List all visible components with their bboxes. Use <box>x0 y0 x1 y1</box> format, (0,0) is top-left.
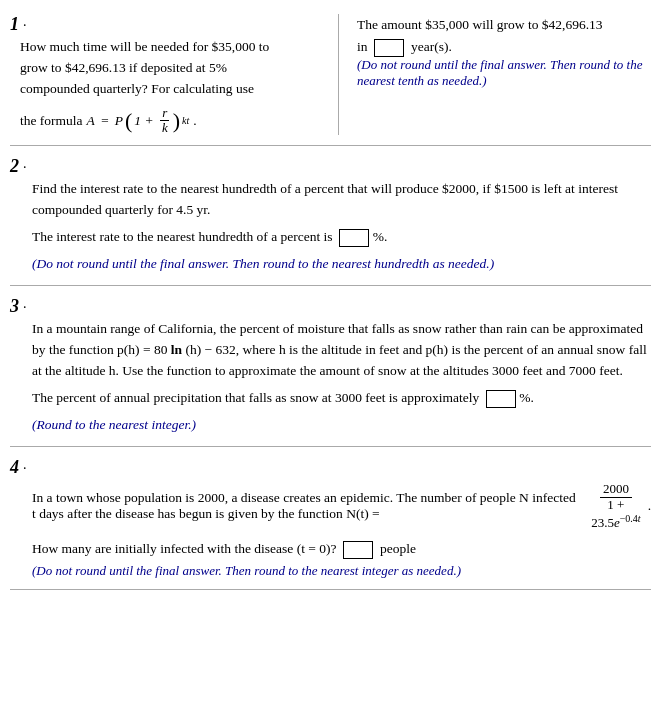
q2-text: Find the interest rate to the nearest hu… <box>32 179 651 221</box>
q4-fraction: 2000 1 + 23.5e−0.4t <box>588 482 643 531</box>
q4-answer-text: How many are initially infected with the… <box>32 541 337 556</box>
q1-divider <box>338 14 339 135</box>
q3-answer-input[interactable] <box>486 390 516 408</box>
q1-formula-a: A <box>87 113 95 129</box>
q1-right-text-3: year(s). <box>411 39 452 54</box>
q1-formula-prefix: the formula <box>20 113 83 129</box>
q1-text-3: compounded quarterly? For calculating us… <box>20 81 254 96</box>
q1-frac-den: k <box>160 121 170 135</box>
q1-frac-num: r <box>160 106 169 121</box>
q3-answer-text: The percent of annual precipitation that… <box>32 390 479 405</box>
q1-right-paren: ) <box>173 110 180 132</box>
q1-text-2: grow to $42,696.13 if deposited at 5% <box>20 60 227 75</box>
q3-hint: (Round to the nearest integer.) <box>32 415 651 436</box>
q4-answer-input[interactable] <box>343 541 373 559</box>
q1-left-paren: ( <box>125 110 132 132</box>
question-1-block: 1 . How much time will be needed for $35… <box>10 8 651 146</box>
q1-left: 1 . How much time will be needed for $35… <box>10 14 320 135</box>
q1-formula-period: . <box>193 113 196 129</box>
q2-answer-unit: %. <box>373 229 388 244</box>
q2-answer-text: The interest rate to the nearest hundred… <box>32 229 333 244</box>
q4-hint: (Do not round until the final answer. Th… <box>32 563 651 579</box>
q2-dot: . <box>23 156 27 172</box>
question-3-block: 3 . In a mountain range of California, t… <box>10 290 651 447</box>
q1-answer-input[interactable] <box>374 39 404 57</box>
q4-frac-num: 2000 <box>600 482 632 498</box>
q4-dot: . <box>23 457 27 473</box>
q4-func-line: In a town whose population is 2000, a di… <box>32 482 651 531</box>
question-2-block: 2 . Find the interest rate to the neares… <box>10 150 651 286</box>
q3-answer-unit: %. <box>519 390 534 405</box>
q2-answer-line: The interest rate to the nearest hundred… <box>32 227 651 248</box>
q2-number: 2 <box>10 156 19 177</box>
question-4-block: 4 . In a town whose population is 2000, … <box>10 451 651 590</box>
q4-frac-den: 1 + 23.5e−0.4t <box>588 498 643 531</box>
q4-text-1: In a town whose population is 2000, a di… <box>32 490 577 522</box>
q2-answer-input[interactable] <box>339 229 369 247</box>
q4-den-exp: −0.4t <box>620 513 641 524</box>
q4-answer-line: How many are initially infected with the… <box>32 541 651 559</box>
q1-formula: A = P ( 1 + r k ) kt <box>87 106 190 136</box>
q3-text: In a mountain range of California, the p… <box>32 319 651 382</box>
q1-fraction: r k <box>160 106 170 136</box>
q1-exponent: kt <box>182 115 189 126</box>
q1-number: 1 <box>10 14 19 35</box>
q4-answer-unit: people <box>380 541 416 556</box>
q4-number: 4 <box>10 457 19 478</box>
q1-text-1: How much time will be needed for $35,000… <box>20 39 269 54</box>
q1-right-text-2: in <box>357 39 368 54</box>
q1-formula-p: P <box>115 113 123 129</box>
q1-hint: (Do not round until the final answer. Th… <box>357 57 651 89</box>
q3-number: 3 <box>10 296 19 317</box>
q3-answer-line: The percent of annual precipitation that… <box>32 388 651 409</box>
q1-dot: . <box>23 14 27 30</box>
q1-formula-eq: = <box>97 113 113 129</box>
q4-layout: In a town whose population is 2000, a di… <box>32 482 651 579</box>
q1-right: The amount $35,000 will grow to $42,696.… <box>357 14 651 135</box>
q3-dot: . <box>23 296 27 312</box>
q4-period: . <box>648 498 651 514</box>
q1-right-text-1: The amount $35,000 will grow to $42,696.… <box>357 17 603 32</box>
q2-hint: (Do not round until the final answer. Th… <box>32 254 651 275</box>
page: 1 . How much time will be needed for $35… <box>0 0 661 602</box>
q1-formula-1: 1 + <box>134 113 157 129</box>
